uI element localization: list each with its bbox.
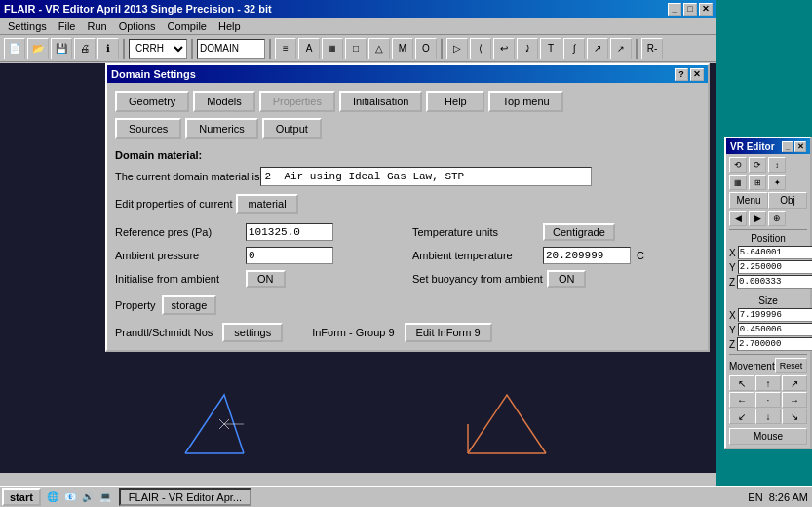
vr-menu-button[interactable]: Menu bbox=[729, 192, 768, 209]
toolbar-btn-12[interactable]: T bbox=[540, 38, 561, 59]
toolbar-btn-7[interactable]: O bbox=[415, 38, 437, 59]
maximize-button[interactable]: □ bbox=[683, 3, 697, 16]
toolbar-print[interactable]: 🖨 bbox=[74, 38, 96, 59]
vr-minimize[interactable]: _ bbox=[782, 141, 793, 152]
tab-models[interactable]: Models bbox=[193, 91, 254, 112]
vr-move-4[interactable]: ← bbox=[729, 392, 754, 408]
vr-x-pos-input[interactable] bbox=[738, 246, 812, 259]
vr-move-3[interactable]: ↗ bbox=[782, 375, 807, 391]
amb-temp-input[interactable] bbox=[543, 247, 631, 264]
domain-dropdown[interactable]: CRRH bbox=[129, 39, 187, 58]
menu-run[interactable]: Run bbox=[81, 19, 112, 34]
toolbar-btn-4[interactable]: □ bbox=[345, 38, 367, 59]
edit-inform-button[interactable]: Edit InForm 9 bbox=[405, 323, 492, 342]
vr-move-5[interactable]: · bbox=[755, 392, 781, 408]
vr-y-pos-input[interactable] bbox=[738, 260, 812, 274]
menu-help[interactable]: Help bbox=[213, 19, 247, 34]
tab-sources[interactable]: Sources bbox=[115, 118, 181, 139]
start-button[interactable]: start bbox=[2, 488, 41, 506]
vr-icon-3[interactable]: ↕ bbox=[768, 157, 786, 173]
init-amb-label: Initialise from ambient bbox=[115, 273, 242, 285]
amb-temp-label: Ambient temperature bbox=[412, 250, 539, 261]
toolbar-btn-6[interactable]: M bbox=[392, 38, 413, 59]
tab-top-menu[interactable]: Top menu bbox=[488, 91, 562, 112]
menu-compile[interactable]: Compile bbox=[162, 19, 213, 34]
tab-help[interactable]: Help bbox=[426, 91, 484, 112]
vr-icon-5[interactable]: ✦ bbox=[768, 175, 786, 190]
toolbar-btn-16[interactable]: R- bbox=[641, 38, 663, 59]
prandtl-settings-button[interactable]: settings bbox=[222, 323, 283, 342]
minimize-button[interactable]: _ bbox=[668, 3, 681, 16]
vr-icon-1[interactable]: ⟲ bbox=[729, 157, 747, 173]
toolbar-btn-3[interactable]: ▦ bbox=[322, 38, 343, 59]
vr-obj-button[interactable]: Obj bbox=[768, 192, 807, 209]
dialog-help-button[interactable]: ? bbox=[675, 68, 688, 81]
vr-icon-6[interactable]: ◀ bbox=[729, 211, 747, 226]
ref-pres-label: Reference pres (Pa) bbox=[115, 226, 242, 238]
toolbar-btn-14[interactable]: ↗ bbox=[587, 38, 608, 59]
toolbar-open[interactable]: 📂 bbox=[27, 38, 49, 59]
sep1 bbox=[123, 39, 125, 58]
vr-move-9[interactable]: ↘ bbox=[782, 409, 807, 424]
tab-output[interactable]: Output bbox=[262, 118, 322, 139]
toolbar-btn-11[interactable]: ⤸ bbox=[517, 38, 538, 59]
toolbar-btn-2[interactable]: A bbox=[298, 38, 320, 59]
ref-pres-input[interactable] bbox=[246, 223, 333, 241]
toolbar-btn-13[interactable]: ∫ bbox=[563, 38, 585, 59]
vr-z-pos-input[interactable] bbox=[737, 275, 812, 289]
edit-material-button[interactable]: material bbox=[236, 194, 297, 214]
storage-button[interactable]: storage bbox=[162, 295, 217, 315]
toolbar-save[interactable]: 💾 bbox=[51, 38, 72, 59]
buoyancy-button[interactable]: ON bbox=[547, 270, 587, 288]
amb-pres-input[interactable] bbox=[246, 247, 333, 264]
menu-file[interactable]: File bbox=[53, 19, 82, 34]
taskbar-app-button[interactable]: FLAIR - VR Editor Apr... bbox=[119, 488, 251, 506]
vr-move-8[interactable]: ↓ bbox=[755, 409, 781, 424]
vr-icon-4[interactable]: ⊞ bbox=[749, 175, 766, 190]
taskbar: start 🌐 📧 🔊 💻 FLAIR - VR Editor Apr... E… bbox=[0, 486, 812, 507]
tab-geometry[interactable]: Geometry bbox=[115, 91, 189, 112]
vr-reset-button[interactable]: Reset bbox=[775, 358, 808, 373]
init-amb-button[interactable]: ON bbox=[246, 270, 286, 288]
taskbar-icon-2[interactable]: 📧 bbox=[62, 489, 78, 505]
vr-grid-icon[interactable]: ▦ bbox=[729, 175, 747, 190]
vr-move-6[interactable]: → bbox=[782, 392, 807, 408]
toolbar-btn-5[interactable]: △ bbox=[368, 38, 390, 59]
taskbar-icon-4[interactable]: 💻 bbox=[97, 489, 113, 505]
vr-mouse-button[interactable]: Mouse bbox=[729, 428, 807, 445]
vr-move-grid: ↖ ↑ ↗ ← · → ↙ ↓ ↘ bbox=[729, 375, 807, 424]
menu-options[interactable]: Options bbox=[113, 19, 162, 34]
vr-icon-7[interactable]: ▶ bbox=[749, 211, 766, 226]
toolbar-new[interactable]: 📄 bbox=[4, 38, 25, 59]
vr-x-size-input[interactable] bbox=[738, 308, 812, 322]
vr-y-pos-row: Y ▲ ▼ bbox=[729, 260, 807, 274]
vr-move-1[interactable]: ↖ bbox=[729, 375, 754, 391]
vr-move-2[interactable]: ↑ bbox=[755, 375, 781, 391]
temp-units-button[interactable]: Centigrade bbox=[543, 223, 615, 241]
dialog-close-button[interactable]: ✕ bbox=[690, 68, 704, 81]
vr-y-size-input[interactable] bbox=[738, 323, 812, 336]
tab-numerics[interactable]: Numerics bbox=[185, 118, 257, 139]
toolbar-btn-10[interactable]: ↩ bbox=[493, 38, 515, 59]
dialog-title-text: Domain Settings bbox=[111, 68, 196, 80]
vr-sy-label: Y bbox=[729, 325, 736, 335]
toolbar-btn-15[interactable]: ↗ bbox=[610, 38, 632, 59]
vr-icon-8[interactable]: ⊕ bbox=[768, 211, 786, 226]
taskbar-icon-3[interactable]: 🔊 bbox=[80, 489, 96, 505]
menu-settings[interactable]: Settings bbox=[2, 19, 53, 34]
vr-icon-2[interactable]: ⟳ bbox=[749, 157, 766, 173]
taskbar-icon-1[interactable]: 🌐 bbox=[45, 489, 60, 505]
toolbar-btn-8[interactable]: ▷ bbox=[446, 38, 468, 59]
domain-input[interactable] bbox=[197, 39, 265, 58]
close-button[interactable]: ✕ bbox=[699, 3, 713, 16]
vr-move-7[interactable]: ↙ bbox=[729, 409, 754, 424]
sep3 bbox=[269, 39, 271, 58]
vr-y-size-row: Y ▲ ▼ bbox=[729, 323, 807, 336]
tab-properties[interactable]: Properties bbox=[259, 91, 335, 112]
toolbar-info[interactable]: ℹ bbox=[97, 38, 119, 59]
toolbar-btn-1[interactable]: ≡ bbox=[275, 38, 296, 59]
vr-close[interactable]: ✕ bbox=[794, 141, 806, 152]
vr-z-size-input[interactable] bbox=[737, 337, 812, 351]
toolbar-btn-9[interactable]: ⟨ bbox=[470, 38, 491, 59]
tab-initialisation[interactable]: Initialisation bbox=[339, 91, 422, 112]
